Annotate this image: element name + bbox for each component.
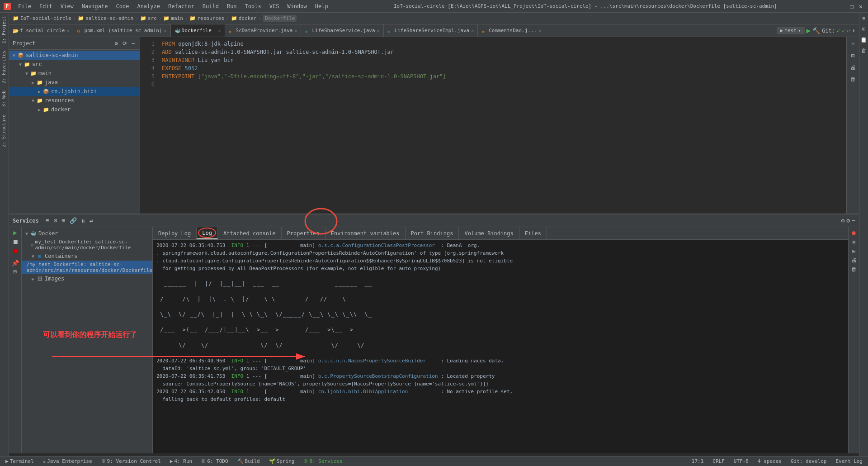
log-tab-console[interactable]: Attached console <box>218 227 282 239</box>
services-action-sort[interactable]: ⇄ <box>88 217 94 224</box>
tree-item-docker[interactable]: ▶ 📁 docker <box>9 105 140 114</box>
rs-btn-1[interactable]: ≡ <box>848 39 858 49</box>
status-services[interactable]: ⑧ 8: Services <box>302 458 344 464</box>
services-kill-button[interactable]: ■ <box>13 247 17 254</box>
tab-close-1[interactable]: ✕ <box>164 28 167 33</box>
tab-close-2[interactable]: ✕ <box>218 28 221 33</box>
bc-resources[interactable]: 📁 resources <box>189 15 224 21</box>
status-git[interactable]: Git: develop <box>789 458 828 464</box>
services-gear-button[interactable]: ⚙ <box>841 217 845 224</box>
menu-edit[interactable]: Edit <box>36 2 56 10</box>
status-spring[interactable]: 🌱 Spring <box>267 458 297 464</box>
services-action-collapse[interactable]: ⊠ <box>52 217 59 224</box>
far-right-btn-3[interactable]: 📋 <box>860 36 868 43</box>
bc-saltice[interactable]: 📁 saltice-sc-admin <box>78 15 133 21</box>
tree-item-resources[interactable]: ▼ 📁 resources <box>9 96 140 105</box>
tab-close-4[interactable]: ✕ <box>377 28 380 33</box>
tab-close-5[interactable]: ✕ <box>471 28 474 33</box>
services-tree-mytest[interactable]: ⊘ my_test Dockerfile: saltice-sc-admin/s… <box>22 238 152 252</box>
services-tree-container1[interactable]: /my_test Dockerfile: saltice-sc-admin/sr… <box>22 261 152 274</box>
git-undo[interactable]: ↩ <box>847 28 850 34</box>
tab-dockerfile[interactable]: 🐳 Dockerfile ✕ <box>171 24 225 37</box>
tree-item-saltice[interactable]: ▼ 📦 saltice-sc-admin <box>9 51 140 60</box>
menu-tools[interactable]: Tools <box>241 2 265 10</box>
menu-code[interactable]: Code <box>113 2 133 10</box>
services-action-add[interactable]: ⊞ <box>60 217 66 224</box>
menu-help[interactable]: Help <box>311 2 332 10</box>
maximize-button[interactable]: ❐ <box>848 3 855 10</box>
tab-pom[interactable]: ⚙ pom.xml (saltice-sc-admin) ✕ <box>73 24 170 37</box>
menu-run[interactable]: Run <box>223 2 241 10</box>
status-todo[interactable]: ⑥ 6: TODO <box>199 458 230 464</box>
menu-refactor[interactable]: Refactor <box>165 2 198 10</box>
log-tab-envvars[interactable]: Environment variables <box>326 227 406 239</box>
menu-view[interactable]: View <box>57 2 77 10</box>
services-tree-containers[interactable]: ▼ ⊞ Containers <box>22 252 152 261</box>
log-tab-volumebindings[interactable]: Volume Bindings <box>459 227 519 239</box>
tree-item-main[interactable]: ▼ 📁 main <box>9 69 140 78</box>
sidebar-action-gear[interactable]: ⚙ <box>113 40 119 47</box>
bc-dockerfile[interactable]: Dockerfile <box>263 15 297 22</box>
services-action-align[interactable]: ≡ <box>44 217 51 224</box>
log-action-3[interactable]: 🖨 <box>851 257 857 263</box>
rs-btn-4[interactable]: 🗑 <box>848 74 858 84</box>
far-right-btn-1[interactable]: ≡ <box>860 14 868 22</box>
log-tab-deploy[interactable]: Deploy Log <box>153 227 197 239</box>
status-event-log[interactable]: Event Log <box>834 458 864 464</box>
menu-build[interactable]: Build <box>199 2 222 10</box>
menu-analyze[interactable]: Analyze <box>133 2 164 10</box>
rs-btn-3[interactable]: 🖨 <box>848 62 858 72</box>
run-config-dropdown[interactable]: ▶ test ▾ <box>777 27 805 34</box>
tab-lifeshareservice[interactable]: ☕ LifeShareService.java ✕ <box>301 24 383 37</box>
services-tree-docker[interactable]: ▼ 🐳 Docker <box>22 229 152 238</box>
status-run[interactable]: ▶ 4: Run <box>168 458 194 464</box>
tree-item-cnljobin[interactable]: ▶ 📦 cn.ljobin.bibi <box>9 87 140 96</box>
web-tab[interactable]: 3: Web <box>0 87 9 110</box>
tab-close-0[interactable]: ✕ <box>66 28 69 33</box>
menu-vcs[interactable]: VCS <box>266 2 283 10</box>
bc-src[interactable]: 📁 src <box>140 15 157 21</box>
menu-window[interactable]: Window <box>283 2 310 10</box>
status-java-enterprise[interactable]: ☕ Java Enterprise <box>41 458 94 464</box>
services-run-button[interactable]: ▶ <box>13 229 17 236</box>
tab-social-circle[interactable]: 📂 f-social-circle ✕ <box>9 24 73 37</box>
favorites-tab[interactable]: 2: Favorites <box>0 47 9 87</box>
status-position[interactable]: 17:1 <box>690 458 706 464</box>
log-tab-log[interactable]: Log <box>197 227 218 239</box>
status-terminal[interactable]: ▶ Terminal <box>4 458 36 464</box>
close-button[interactable]: ✕ <box>857 3 864 10</box>
log-action-2[interactable]: ⊞ <box>852 248 855 254</box>
build-button[interactable]: 🔨 <box>812 27 820 34</box>
bc-iot[interactable]: 📁 IoT-social-circle <box>13 15 71 21</box>
project-tab[interactable]: 1: Project <box>0 13 9 47</box>
bc-docker[interactable]: 📁 docker <box>231 15 257 21</box>
services-tree-images[interactable]: ▶ 🖼 Images <box>22 274 152 283</box>
dockerfile-editor[interactable]: 1 FROM openjdk:8-jdk-alpine 2 ADD saltic… <box>140 37 846 214</box>
log-tab-properties[interactable]: Properties <box>282 227 326 239</box>
services-pin-button[interactable]: 📌 <box>12 260 19 266</box>
services-action-filter[interactable]: ⇅ <box>80 217 86 224</box>
services-stop-button[interactable]: ⏹ <box>12 238 19 245</box>
status-encoding[interactable]: UTF-8 <box>732 458 750 464</box>
tree-item-src[interactable]: ▼ 📁 src <box>9 60 140 69</box>
status-build[interactable]: 🔨 Build <box>236 458 262 464</box>
far-right-btn-4[interactable]: 🗑 <box>860 47 868 54</box>
log-action-4[interactable]: 🗑 <box>851 266 857 272</box>
status-version-control[interactable]: ⑨ 9: Version Control <box>99 458 163 464</box>
services-filter-button[interactable]: ⊟ <box>14 268 17 275</box>
sidebar-action-collapse[interactable]: − <box>130 40 136 47</box>
status-line-ending[interactable]: CRLF <box>711 458 726 464</box>
tab-commentsdao[interactable]: ☕ CommentsDao.j... ✕ <box>478 24 545 37</box>
log-tab-files[interactable]: Files <box>519 227 547 239</box>
far-right-btn-2[interactable]: ⊞ <box>860 25 868 33</box>
log-content[interactable]: 2020-07-22 06:35:40.753 INFO 1 --- [ mai… <box>153 240 848 453</box>
tab-scdataprovider[interactable]: ☕ ScDataProvider.java ✕ <box>225 24 302 37</box>
bc-main[interactable]: 📁 main <box>163 15 183 21</box>
status-indent[interactable]: 4 spaces <box>756 458 783 464</box>
log-action-1[interactable]: ≡ <box>852 239 855 245</box>
tab-lifeshareserviceimpl[interactable]: ☕ LifeShareServiceImpl.java ✕ <box>384 24 478 37</box>
services-settings-button[interactable]: ⚙ <box>846 217 850 224</box>
structure-tab[interactable]: Z: Structure <box>0 111 9 151</box>
services-action-link[interactable]: 🔗 <box>68 217 78 224</box>
menu-navigate[interactable]: Navigate <box>78 2 112 10</box>
